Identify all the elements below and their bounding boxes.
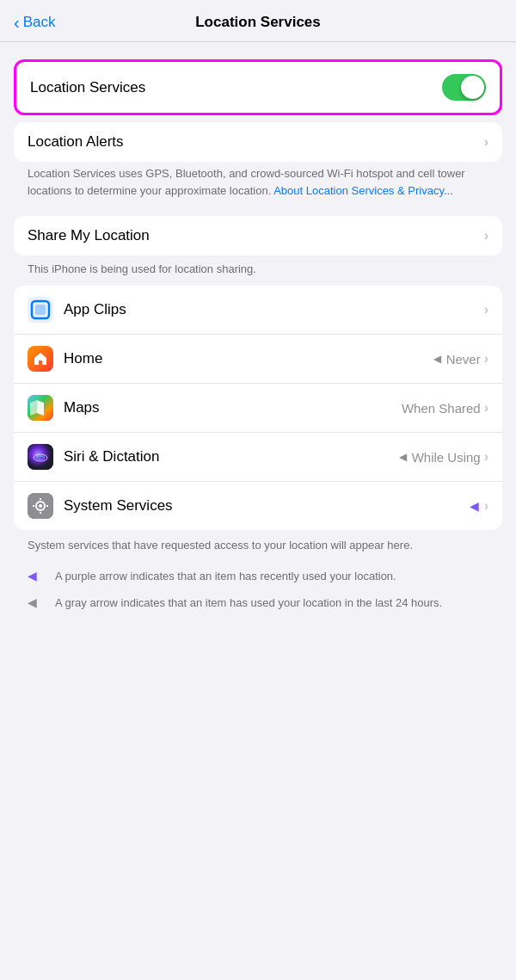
back-chevron-icon: ‹	[14, 14, 20, 31]
siri-status: While Using	[412, 450, 481, 465]
system-services-icon	[28, 493, 53, 519]
home-label: Home	[64, 350, 102, 367]
location-description: Location Services uses GPS, Bluetooth, a…	[28, 165, 488, 199]
share-location-chevron-icon: ›	[484, 228, 488, 243]
toggle-knob	[461, 76, 484, 99]
home-arrow-icon: ◀	[433, 353, 441, 365]
location-alerts-row[interactable]: Location Alerts ›	[14, 122, 502, 162]
siri-chevron-icon: ›	[484, 449, 488, 465]
location-services-toggle-row[interactable]: Location Services	[14, 59, 502, 115]
legend-gray-arrow-icon: ◀	[28, 595, 45, 609]
page-title: Location Services	[195, 14, 321, 31]
svg-point-11	[39, 504, 42, 508]
legend-section: ◀ A purple arrow indicates that an item …	[28, 568, 488, 612]
siri-arrow-icon: ◀	[399, 451, 407, 463]
home-chevron-icon: ›	[484, 351, 488, 367]
siri-row[interactable]: Siri & Dictation ◀ While Using ›	[14, 433, 502, 482]
back-label: Back	[23, 14, 56, 31]
app-clips-row[interactable]: App Clips ›	[14, 286, 502, 335]
apps-card: App Clips › Home ◀ Never ›	[14, 286, 502, 530]
legend-gray-text: A gray arrow indicates that an item has …	[55, 595, 442, 612]
back-button[interactable]: ‹ Back	[14, 14, 55, 31]
maps-row[interactable]: Maps When Shared ›	[14, 384, 502, 433]
app-clips-icon	[28, 297, 53, 323]
system-arrow-icon: ◀	[470, 499, 479, 513]
system-services-label: System Services	[64, 497, 173, 515]
location-alerts-label: Location Alerts	[28, 133, 124, 151]
system-services-description: System services that have requested acce…	[28, 537, 488, 554]
privacy-link[interactable]: About Location Services & Privacy...	[273, 184, 453, 197]
location-services-toggle[interactable]	[442, 74, 486, 101]
maps-icon	[28, 395, 53, 421]
svg-rect-6	[28, 444, 53, 470]
maps-chevron-icon: ›	[484, 400, 488, 416]
legend-purple-text: A purple arrow indicates that an item ha…	[55, 568, 396, 585]
home-icon	[28, 346, 53, 372]
location-alerts-chevron-icon: ›	[484, 134, 488, 150]
legend-purple: ◀ A purple arrow indicates that an item …	[28, 568, 488, 585]
app-clips-label: App Clips	[64, 301, 126, 318]
legend-purple-arrow-icon: ◀	[28, 569, 45, 582]
location-alerts-card: Location Alerts ›	[14, 122, 502, 162]
siri-label: Siri & Dictation	[64, 448, 159, 465]
share-location-card: Share My Location ›	[14, 216, 502, 256]
maps-label: Maps	[64, 399, 100, 416]
system-services-chevron-icon: ›	[484, 498, 488, 514]
svg-rect-2	[35, 305, 46, 315]
app-clips-chevron-icon: ›	[484, 302, 488, 317]
toggle-label: Location Services	[30, 79, 145, 96]
svg-marker-5	[30, 400, 37, 416]
svg-marker-4	[37, 400, 44, 416]
header: ‹ Back Location Services	[0, 0, 516, 42]
share-location-label: Share My Location	[28, 227, 150, 244]
legend-gray: ◀ A gray arrow indicates that an item ha…	[28, 595, 488, 612]
home-status: Never	[446, 352, 481, 367]
share-location-row[interactable]: Share My Location ›	[14, 216, 502, 256]
home-row[interactable]: Home ◀ Never ›	[14, 335, 502, 384]
share-subtitle: This iPhone is being used for location s…	[28, 262, 488, 275]
siri-icon	[28, 444, 53, 470]
maps-status: When Shared	[402, 401, 481, 416]
system-services-row[interactable]: System Services ◀ ›	[14, 482, 502, 530]
main-content: Location Services Location Alerts › Loca…	[0, 42, 516, 639]
